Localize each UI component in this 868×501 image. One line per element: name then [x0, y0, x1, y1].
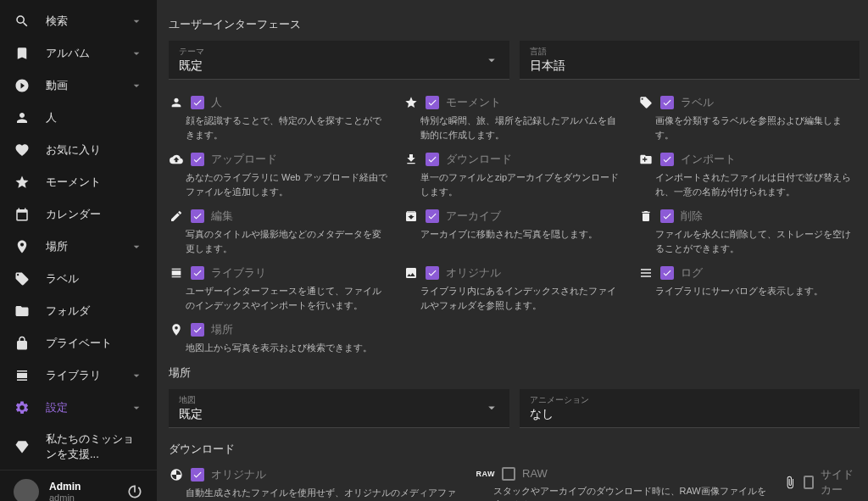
download-option-raw: RAW RAW スタックやアーカイブのダウンロード時に、RAW画像ファイルを含め…: [476, 465, 771, 502]
feature-title: RAW: [522, 467, 548, 480]
feature-desc: 画像を分類するラベルを参照および編集します。: [638, 114, 860, 142]
feature-title: モーメント: [446, 95, 501, 110]
calendar-icon: [14, 206, 31, 223]
download-option-camera: オリジナル 自動生成されたファイルを使用せず、オリジナルのメディアファイルのみを…: [169, 465, 463, 502]
animation-select-label: アニメーション: [530, 394, 850, 406]
feature-checkbox[interactable]: [660, 96, 674, 109]
user-info: Admin admin: [49, 481, 126, 501]
feature-checkbox[interactable]: [191, 323, 204, 337]
user-name: Admin: [49, 481, 126, 493]
sidebar-item-label: 検索: [46, 14, 130, 29]
sidebar-item-label: 設定: [46, 400, 130, 415]
feature-title: オリジナル: [211, 467, 266, 482]
feature-desc: 地図上から写真を表示および検索できます。: [169, 341, 390, 355]
sidebar-item-search[interactable]: 検索: [0, 5, 157, 37]
power-icon[interactable]: [126, 483, 143, 500]
feature-checkbox[interactable]: [191, 266, 204, 280]
map-select[interactable]: 地図 既定: [169, 389, 509, 428]
language-select-label: 言語: [530, 46, 850, 58]
feature-checkbox[interactable]: [426, 153, 439, 166]
sidebar-item-folder[interactable]: フォルダ: [0, 295, 157, 327]
feature-checkbox[interactable]: [426, 266, 439, 280]
feature-title: インポート: [681, 152, 736, 167]
language-select[interactable]: 言語 日本語: [520, 41, 860, 80]
diamond-icon: [14, 438, 31, 455]
feature-photo: オリジナル ライブラリ内にあるインデックスされたファイルやフォルダを参照します。: [403, 264, 625, 314]
list-icon: [638, 265, 654, 281]
feature-checkbox[interactable]: [660, 153, 674, 166]
sidebar-item-diamond[interactable]: 私たちのミッションを支援...: [0, 424, 157, 470]
feature-title: ログ: [681, 265, 703, 281]
feature-title: ライブラリ: [211, 265, 266, 281]
sidebar-item-calendar[interactable]: カレンダー: [0, 198, 157, 231]
feature-checkbox[interactable]: [191, 96, 204, 109]
feature-edit: 編集 写真のタイトルや撮影地などのメタデータを変更します。: [169, 207, 390, 257]
feature-checkbox[interactable]: [660, 266, 674, 280]
sidebar-item-people[interactable]: 人: [0, 102, 157, 134]
sidebar-item-film[interactable]: ライブラリ: [0, 359, 157, 392]
sidebar-item-heart[interactable]: お気に入り: [0, 134, 157, 166]
play-circle-icon: [14, 77, 31, 94]
theme-select[interactable]: テーマ 既定: [169, 41, 509, 80]
chevron-down-icon: [484, 400, 499, 415]
star-icon: [14, 174, 31, 191]
animation-select[interactable]: アニメーション なし: [520, 389, 860, 428]
cloud-upload-icon: [169, 152, 184, 167]
sidebar-item-star[interactable]: モーメント: [0, 166, 157, 198]
map-select-label: 地図: [179, 394, 499, 406]
sidebar-item-label: モーメント: [46, 175, 143, 190]
feature-import: インポート インポートされたファイルは日付で並び替えられ、一意の名前が付けられま…: [638, 150, 860, 200]
feature-title: サイドカー: [821, 467, 860, 498]
attach-icon: [783, 475, 797, 490]
feature-checkbox[interactable]: [191, 209, 204, 223]
feature-checkbox[interactable]: [191, 468, 204, 482]
feature-list: ログ ライブラリにサーバログを表示します。: [638, 264, 860, 314]
feature-desc: ユーザーインターフェースを通じて、ファイルのインデックスやインポートを行います。: [169, 284, 390, 312]
feature-checkbox[interactable]: [804, 476, 814, 489]
feature-place: 場所 地図上から写真を表示および検索できます。: [169, 320, 390, 357]
language-select-value: 日本語: [530, 58, 850, 74]
bookmark-icon: [14, 45, 31, 62]
sidebar-item-tag[interactable]: ラベル: [0, 263, 157, 295]
sidebar-item-play-circle[interactable]: 動画: [0, 70, 157, 102]
feature-star: モーメント 特別な瞬間、旅、場所を記録したアルバムを自動的に作成します。: [403, 93, 625, 143]
sidebar-item-gear[interactable]: 設定: [0, 392, 157, 424]
sidebar-item-place[interactable]: 場所: [0, 231, 157, 263]
sidebar-item-bookmark[interactable]: アルバム: [0, 37, 157, 70]
feature-checkbox[interactable]: [502, 467, 515, 481]
raw-icon: RAW: [476, 470, 496, 478]
feature-checkbox[interactable]: [426, 209, 439, 223]
sidebar-item-label: ラベル: [46, 271, 143, 287]
sidebar-item-label: 場所: [46, 239, 130, 254]
feature-desc: 写真のタイトルや撮影地などのメタデータを変更します。: [169, 227, 390, 255]
feature-desc: あなたのライブラリに Web アップロード経由でファイルを追加します。: [169, 170, 390, 198]
theme-select-label: テーマ: [179, 46, 499, 58]
sidebar-item-label: お気に入り: [46, 142, 143, 158]
place-icon: [169, 322, 184, 337]
people-icon: [169, 95, 184, 110]
theme-select-value: 既定: [179, 58, 499, 74]
feature-desc: 自動生成されたファイルを使用せず、オリジナルのメディアファイルのみをダウンロード…: [169, 486, 463, 502]
sidebar-item-lock[interactable]: プライベート: [0, 327, 157, 359]
feature-people: 人 顔を認識することで、特定の人を探すことができます。: [169, 93, 390, 143]
people-icon: [14, 109, 31, 126]
feature-checkbox[interactable]: [660, 209, 674, 223]
feature-title: ラベル: [681, 95, 714, 110]
animation-select-value: なし: [530, 407, 850, 422]
feature-title: ダウンロード: [446, 152, 512, 167]
feature-checkbox[interactable]: [426, 96, 439, 109]
sidebar-item-label: アルバム: [46, 46, 130, 61]
feature-checkbox[interactable]: [191, 153, 204, 166]
film-icon: [169, 265, 184, 281]
feature-title: 人: [211, 95, 222, 110]
camera-icon: [169, 467, 184, 482]
feature-desc: ファイルを永久に削除して、ストレージを空けることができます。: [638, 227, 860, 255]
avatar[interactable]: [14, 479, 39, 501]
feature-title: 場所: [211, 322, 233, 337]
chevron-down-icon: [130, 369, 143, 382]
sidebar-item-label: プライベート: [46, 336, 143, 351]
section-download-title: ダウンロード: [169, 442, 860, 457]
feature-trash: 削除 ファイルを永久に削除して、ストレージを空けることができます。: [638, 207, 860, 257]
feature-cloud-upload: アップロード あなたのライブラリに Web アップロード経由でファイルを追加しま…: [169, 150, 390, 200]
place-icon: [14, 238, 31, 255]
